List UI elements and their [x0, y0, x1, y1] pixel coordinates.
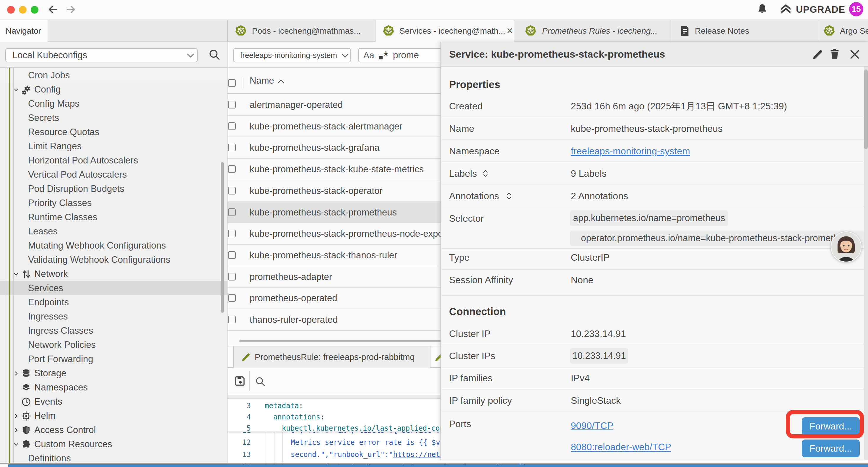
sidebar-item-label: Custom Resources — [34, 437, 112, 451]
sidebar-item-leases[interactable]: Leases — [0, 224, 227, 238]
ip-families-label: IP families — [449, 372, 493, 384]
tab-release-notes[interactable]: Release Notes — [671, 20, 819, 42]
ip-family-policy-value: SingleStack — [571, 394, 621, 407]
panel-scrollbar-track[interactable] — [864, 66, 868, 460]
dock-tab-prometheusrule[interactable]: PrometheusRule: freeleaps-prod-rabbitmq — [233, 346, 430, 368]
release-notes-tab-label: Release Notes — [695, 20, 749, 42]
row-checkbox[interactable] — [228, 144, 236, 151]
selector-chip: app.kubernetes.io/name=prometheus — [570, 210, 728, 226]
sidebar-item-priority-classes[interactable]: Priority Classes — [0, 196, 227, 210]
tab-pods[interactable]: Pods - icecheng@mathmas... — [228, 20, 375, 42]
sidebar-item-network[interactable]: Network — [0, 267, 227, 281]
namespace-link[interactable]: freeleaps-monitoring-system — [571, 145, 690, 157]
row-checkbox[interactable] — [228, 165, 236, 173]
edit-pencil-icon[interactable] — [812, 49, 824, 60]
service-name-cell: prometheus-operated — [250, 288, 337, 309]
detail-panel-title: Service: kube-prometheus-stack-prometheu… — [449, 42, 665, 66]
forward-button-8080[interactable]: Forward... — [802, 439, 860, 457]
sort-ascending-icon[interactable] — [277, 79, 285, 84]
row-checkbox[interactable] — [228, 122, 236, 130]
chevron-down-icon[interactable] — [13, 442, 19, 447]
sidebar-item-mutating-webhook-configurations[interactable]: Mutating Webhook Configurations — [0, 238, 227, 253]
kubeconfig-select[interactable]: Local Kubeconfigs — [5, 48, 198, 62]
tab-argo[interactable]: Argo Se — [819, 20, 868, 42]
sidebar-item-config[interactable]: Config — [0, 83, 227, 97]
sidebar-item-label: Cron Jobs — [28, 68, 70, 83]
row-checkbox[interactable] — [228, 251, 236, 259]
sidebar-item-runtime-classes[interactable]: Runtime Classes — [0, 210, 227, 224]
sidebar-item-port-forwarding[interactable]: Port Forwarding — [0, 352, 227, 366]
sidebar-item-pod-disruption-budgets[interactable]: Pod Disruption Budgets — [0, 182, 227, 196]
sidebar-item-vertical-pod-autoscalers[interactable]: Vertical Pod Autoscalers — [0, 168, 227, 182]
row-checkbox[interactable] — [228, 316, 236, 323]
port-link-8080[interactable]: 8080:reloader-web/TCP — [571, 440, 671, 454]
forward-arrow-icon[interactable] — [65, 4, 76, 15]
sidebar-item-custom-resources[interactable]: Custom Resources — [0, 437, 227, 451]
search-icon[interactable] — [208, 48, 221, 61]
indent-guide — [274, 432, 275, 467]
row-checkbox[interactable] — [228, 208, 236, 216]
user-avatar[interactable] — [831, 231, 862, 262]
back-arrow-icon[interactable] — [47, 4, 59, 15]
puzzle-icon — [21, 439, 31, 449]
notifications-count-badge[interactable]: 15 — [849, 2, 863, 16]
tab-navigator[interactable]: Navigator — [0, 20, 48, 42]
chevron-right-icon[interactable] — [13, 428, 19, 433]
minimize-window-button[interactable] — [19, 6, 27, 13]
sidebar-item-label: Vertical Pod Autoscalers — [28, 168, 127, 182]
chevron-right-icon[interactable] — [13, 413, 19, 419]
indent-guide — [282, 432, 283, 467]
close-tab-icon[interactable]: × — [507, 20, 513, 42]
selector-label: Selector — [449, 212, 484, 225]
sidebar-item-limit-ranges[interactable]: Limit Ranges — [0, 139, 227, 153]
sidebar-item-access-control[interactable]: Access Control — [0, 423, 227, 437]
chevron-down-icon[interactable] — [13, 87, 19, 92]
expand-toggle-icon[interactable] — [506, 192, 512, 200]
sidebar-item-storage[interactable]: Storage — [0, 366, 227, 380]
connection-section-heading: Connection — [449, 304, 506, 319]
sidebar-item-services[interactable]: Services — [0, 281, 227, 295]
sidebar-item-ingress-classes[interactable]: Ingress Classes — [0, 324, 227, 338]
row-checkbox[interactable] — [228, 273, 236, 281]
close-window-button[interactable] — [7, 6, 15, 13]
expand-toggle-icon[interactable] — [483, 169, 488, 178]
row-checkbox[interactable] — [228, 187, 236, 195]
save-icon[interactable] — [234, 375, 246, 387]
select-all-checkbox[interactable] — [228, 79, 236, 87]
sidebar-item-events[interactable]: Events — [0, 395, 227, 409]
sidebar-scrollbar-thumb[interactable] — [221, 162, 224, 313]
tab-services[interactable]: Services - icecheng@math... × — [375, 20, 514, 42]
table-horizontal-scrollbar[interactable] — [239, 340, 440, 342]
panel-scrollbar-thumb[interactable] — [864, 69, 868, 149]
sidebar-item-secrets[interactable]: Secrets — [0, 111, 227, 125]
close-panel-icon[interactable] — [849, 49, 861, 60]
sidebar-item-horizontal-pod-autoscalers[interactable]: Horizontal Pod Autoscalers — [0, 153, 227, 168]
row-checkbox[interactable] — [228, 101, 236, 109]
zoom-window-button[interactable] — [31, 6, 38, 13]
type-label: Type — [449, 251, 469, 264]
tab-prometheus-rules[interactable]: Prometheus Rules - icecheng... — [514, 20, 671, 42]
sidebar-item-helm[interactable]: Helm — [0, 409, 227, 423]
delete-trash-icon[interactable] — [829, 48, 840, 60]
sidebar-item-config-maps[interactable]: Config Maps — [0, 97, 227, 111]
chevron-right-icon[interactable] — [13, 371, 19, 376]
sidebar-item-namespaces[interactable]: Namespaces — [0, 380, 227, 395]
sidebar-item-validating-webhook-configurations[interactable]: Validating Webhook Configurations — [0, 253, 227, 267]
notifications-bell-icon[interactable] — [756, 3, 768, 15]
sidebar-item-cron-jobs[interactable]: Cron Jobs — [0, 68, 227, 83]
namespace-select[interactable]: freeleaps-monitoring-system — [233, 48, 351, 62]
row-checkbox[interactable] — [228, 230, 236, 237]
search-icon[interactable] — [255, 376, 266, 387]
sidebar-item-endpoints[interactable]: Endpoints — [0, 295, 227, 310]
name-column-header[interactable]: Name — [250, 74, 274, 87]
sidebar-item-label: Priority Classes — [28, 196, 92, 210]
gear-icon — [21, 85, 31, 95]
sidebar-item-network-policies[interactable]: Network Policies — [0, 338, 227, 352]
sidebar-item-label: Port Forwarding — [28, 352, 93, 366]
sidebar-item-ingresses[interactable]: Ingresses — [0, 310, 227, 324]
port-link-9090[interactable]: 9090/TCP — [571, 419, 613, 432]
chevron-down-icon[interactable] — [13, 271, 19, 277]
match-case-toggle[interactable]: Aa — [363, 49, 374, 62]
sidebar-item-resource-quotas[interactable]: Resource Quotas — [0, 125, 227, 139]
row-checkbox[interactable] — [228, 294, 236, 302]
